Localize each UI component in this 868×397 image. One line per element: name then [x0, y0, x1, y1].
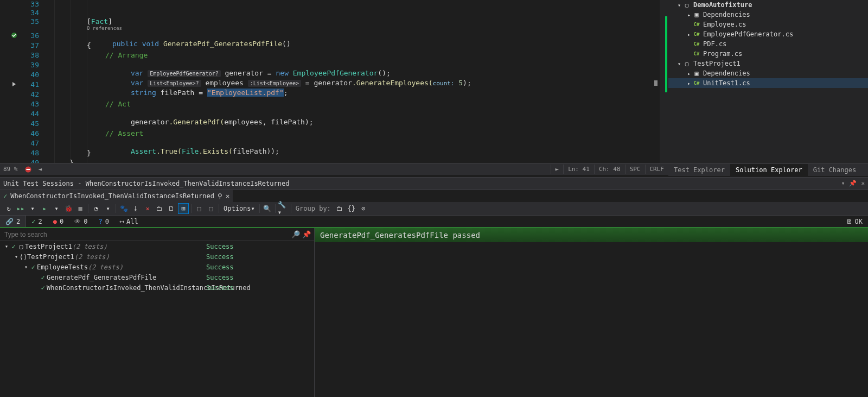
expand-caret-icon[interactable]: ▾ [13, 254, 20, 260]
editor-vertical-scrollbar[interactable] [660, 0, 668, 163]
project-icon: ▢ [682, 1, 691, 9]
tab-test-explorer[interactable]: Test Explorer [668, 164, 730, 176]
solution-item-label: TestProject1 [693, 60, 741, 67]
track-button[interactable]: 🐾 [118, 203, 129, 214]
code-editor[interactable]: 33 34 35 36 37 38 39 40 41 42 43 44 45 4… [0, 0, 668, 174]
dependencies-icon: ▣ [692, 70, 701, 77]
filter-ignored[interactable]: 👁0 [69, 216, 93, 227]
line-number: 45 [30, 119, 39, 128]
status-char[interactable]: Ch: 48 [594, 165, 625, 174]
new-session-button[interactable]: 🗋 [166, 203, 177, 214]
filter-passed[interactable]: ✓2 [26, 216, 47, 227]
solution-item[interactable]: C#Program.cs [668, 49, 868, 59]
line-number: 38 [30, 51, 39, 59]
solution-item[interactable]: C#PDF.cs [668, 39, 868, 49]
test-count: (2 tests) [88, 263, 123, 271]
test-search-input[interactable] [0, 228, 314, 241]
test-tree-row[interactable]: ▾✓▢TestProject1 (2 tests)Success [0, 241, 314, 251]
nav-left-icon[interactable]: ◄ [35, 166, 46, 173]
csharp-file-icon: C# [692, 50, 701, 58]
solution-item[interactable]: ▸C#UnitTest1.cs [668, 78, 868, 88]
status-line[interactable]: Ln: 41 [563, 165, 594, 174]
tab-solution-explorer[interactable]: Solution Explorer [730, 164, 808, 176]
lightbulb-icon[interactable] [11, 81, 18, 89]
collapse-button[interactable]: ⬚ [206, 203, 216, 214]
test-tree-row[interactable]: ✓GeneratePdf_GeneratesPdfFile Success [0, 272, 314, 282]
coverage-dropdown[interactable]: ▾ [103, 203, 113, 214]
debug-button[interactable]: 🐞 [63, 203, 74, 214]
toggle-autoscroll-button[interactable]: ⊞ [178, 203, 189, 214]
nav-right-icon[interactable]: ► [551, 165, 564, 174]
groupby-project-button[interactable]: 🗀 [334, 203, 345, 214]
filter-all[interactable]: ⟷All [114, 216, 144, 227]
expand-button[interactable]: ⬚ [194, 203, 205, 214]
groupby-category-button[interactable]: ⊘ [358, 203, 369, 214]
code-text: filePath [271, 118, 305, 126]
solution-item[interactable]: C#Employee.cs [668, 20, 868, 29]
run-button[interactable]: ▸ [39, 203, 50, 214]
run-dropdown[interactable]: ▾ [27, 203, 38, 214]
expand-caret-icon[interactable]: ▾ [676, 61, 682, 67]
line-number-gutter: 33 34 35 36 37 38 39 40 41 42 43 44 45 4… [0, 0, 49, 163]
filter-count: 2 [38, 218, 42, 225]
test-status: Success [206, 243, 234, 250]
code-text: File [182, 147, 199, 155]
status-indent[interactable]: SPC [625, 165, 645, 174]
code-text: ); [305, 118, 314, 126]
test-tree-row[interactable]: ▾⟨⟩TestProject1 (2 tests)Success [0, 251, 314, 262]
expand-caret-icon[interactable]: ▾ [3, 243, 10, 249]
ignored-icon: 👁 [74, 218, 81, 225]
solution-item[interactable]: ▸C#EmployeePdfGenerator.cs [668, 29, 868, 39]
test-tree-row[interactable]: ✓WhenConstructorIsInvoked_ThenValidInsta… [0, 282, 314, 293]
test-pass-glyph-icon[interactable] [11, 32, 18, 40]
lock-button[interactable]: 🗀 [154, 203, 165, 214]
window-dropdown-icon[interactable]: ▾ [841, 180, 845, 187]
tab-git-changes[interactable]: Git Changes [808, 164, 861, 176]
export-button[interactable]: ⭳ [130, 203, 141, 214]
options-dropdown[interactable]: Options ▾ [221, 203, 257, 214]
broken-icon: 🔗 [5, 218, 14, 225]
remove-button[interactable]: ✕ [142, 203, 153, 214]
expand-caret-icon[interactable]: ▾ [23, 264, 29, 270]
session-tab[interactable]: ✓ WhenConstructorIsInvoked_ThenValidInst… [0, 190, 233, 202]
filter-failed[interactable]: ●0 [48, 216, 69, 227]
coverage-button[interactable]: ◔ [91, 203, 101, 214]
pin-search-icon[interactable]: 📌 [302, 230, 311, 238]
filter-pending[interactable]: ?0 [93, 216, 114, 227]
stop-button[interactable]: ■ [75, 203, 86, 214]
editor-splitter-handle[interactable] [654, 80, 658, 86]
search-icon[interactable]: 🔎 [291, 230, 300, 238]
solution-item[interactable]: ▾▢DemoAutofixture [668, 0, 868, 10]
line-number: 40 [30, 71, 39, 79]
test-tree-row[interactable]: ▾✓EmployeeTests (2 tests)Success [0, 262, 314, 272]
filter-button[interactable]: 🔍 [262, 203, 273, 214]
no-issues-icon[interactable] [21, 166, 35, 173]
autohide-icon[interactable]: 📌 [849, 180, 857, 187]
zoom-level[interactable]: 89 % [0, 166, 21, 173]
solution-item-label: PDF.cs [703, 40, 726, 48]
solution-item[interactable]: ▾▢TestProject1 [668, 59, 868, 68]
solution-item[interactable]: ▸▣Dependencies [668, 10, 868, 20]
code-text: = [305, 79, 310, 87]
run-all-button[interactable]: ▸▸ [15, 203, 26, 214]
expand-caret-icon[interactable]: ▾ [676, 2, 682, 8]
expand-caret-icon[interactable]: ▸ [686, 31, 692, 37]
solution-item[interactable]: ▸▣Dependencies [668, 68, 868, 78]
codelens-references[interactable]: 0 references [87, 26, 122, 31]
expand-caret-icon[interactable]: ▸ [686, 12, 692, 18]
close-tab-icon[interactable]: ✕ [226, 192, 229, 200]
code-text: public [112, 40, 138, 48]
expand-caret-icon[interactable]: ▸ [686, 80, 692, 86]
settings-button[interactable]: 🔧▾ [278, 203, 289, 214]
pin-icon[interactable]: ⚲ [218, 192, 222, 200]
ok-label: OK [855, 218, 863, 225]
refresh-button[interactable]: ↻ [3, 203, 14, 214]
filter-label: All [126, 218, 138, 225]
expand-caret-icon[interactable]: ▸ [686, 71, 692, 77]
run-button-dropdown[interactable]: ▾ [51, 203, 62, 214]
status-eol[interactable]: CRLF [645, 165, 669, 174]
filter-broken[interactable]: 🔗2 [0, 216, 26, 227]
groupby-namespace-button[interactable]: {} [346, 203, 357, 214]
close-panel-icon[interactable]: ✕ [861, 180, 865, 187]
code-text: generator [131, 118, 169, 126]
